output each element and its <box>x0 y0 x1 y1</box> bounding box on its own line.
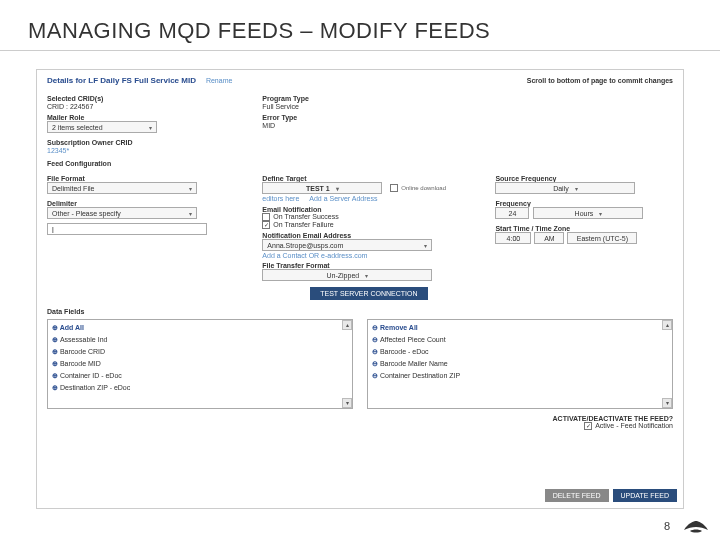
activate-question: ACTIVATE/DEACTIVATE THE FEED? <box>47 415 673 422</box>
add-all-link[interactable]: ⊕ Add All <box>52 322 348 334</box>
program-type-label: Program Type <box>262 95 457 102</box>
ampm-dropdown[interactable]: AM <box>534 232 564 244</box>
chevron-down-icon: ▾ <box>149 124 152 131</box>
email-notif-label: Email Notification <box>262 206 475 213</box>
ftf-value: Un-Zipped <box>326 272 359 279</box>
update-feed-button[interactable]: UPDATE FEED <box>613 489 678 502</box>
on-success-label: On Transfer Success <box>273 213 338 220</box>
add-contact-link[interactable]: Add a Contact OR e-address.com <box>262 252 475 259</box>
online-download-checkbox[interactable] <box>390 184 398 192</box>
chevron-down-icon: ▾ <box>424 242 427 249</box>
file-format-value: Delimited File <box>52 185 94 192</box>
add-all-label: Add All <box>60 324 84 331</box>
rename-link[interactable]: Rename <box>206 77 232 84</box>
chevron-down-icon: ▾ <box>599 210 602 217</box>
scroll-up-icon[interactable]: ▴ <box>342 320 352 330</box>
eagle-logo-icon <box>682 517 710 536</box>
target-value: TEST 1 <box>306 185 330 192</box>
delimiter-input[interactable] <box>47 223 207 235</box>
program-type-value: Full Service <box>262 103 457 110</box>
crid-value: CRID : 224567 <box>47 103 242 110</box>
list-item[interactable]: Barcode MID <box>52 358 348 370</box>
chevron-down-icon: ▾ <box>365 272 368 279</box>
file-transfer-format-label: File Transfer Format <box>262 262 475 269</box>
details-panel: Details for LF Daily FS Full Service MID… <box>36 69 684 509</box>
frequency-num-value: 24 <box>509 210 517 217</box>
list-item[interactable]: Barcode - eDoc <box>372 346 668 358</box>
file-transfer-format-dropdown[interactable]: Un-Zipped▾ <box>262 269 432 281</box>
delimiter-dropdown[interactable]: Other - Please specify▾ <box>47 207 197 219</box>
list-item[interactable]: Destination ZIP - eDoc <box>52 382 348 394</box>
chevron-down-icon: ▾ <box>189 185 192 192</box>
timezone-dropdown[interactable]: Eastern (UTC-5) <box>567 232 637 244</box>
available-fields-list: ▴ ▾ ⊕ Add All Assessable Ind Barcode CRI… <box>47 319 353 409</box>
frequency-unit-dropdown[interactable]: Hours▾ <box>533 207 643 219</box>
frequency-label: Frequency <box>495 200 673 207</box>
mailer-role-value: 2 items selected <box>52 124 103 131</box>
page-number: 8 <box>664 520 670 532</box>
activate-label: Active - Feed Notification <box>595 422 673 429</box>
list-item[interactable]: Assessable Ind <box>52 334 348 346</box>
file-format-dropdown[interactable]: Delimited File▾ <box>47 182 197 194</box>
list-item[interactable]: Barcode Mailer Name <box>372 358 668 370</box>
list-item[interactable]: Container Destination ZIP <box>372 370 668 382</box>
scroll-down-icon[interactable]: ▾ <box>342 398 352 408</box>
mailer-role-dropdown[interactable]: 2 items selected▾ <box>47 121 157 133</box>
define-target-label: Define Target <box>262 175 475 182</box>
list-item[interactable]: Container ID - eDoc <box>52 370 348 382</box>
sub-owner-label: Subscription Owner CRID <box>47 139 242 146</box>
start-hour-dropdown[interactable]: 4:00 <box>495 232 531 244</box>
scroll-down-icon[interactable]: ▾ <box>662 398 672 408</box>
data-fields-heading: Data Fields <box>47 308 673 315</box>
file-format-label: File Format <box>47 175 242 182</box>
delete-feed-button[interactable]: DELETE FEED <box>545 489 609 502</box>
source-freq-dropdown[interactable]: Daily▾ <box>495 182 635 194</box>
activate-checkbox[interactable]: ✓ <box>584 422 592 430</box>
mailer-role-label: Mailer Role <box>47 114 242 121</box>
error-type-value: MID <box>262 122 457 129</box>
error-type-label: Error Type <box>262 114 457 121</box>
remove-all-label: Remove All <box>380 324 418 331</box>
start-time-label: Start Time / Time Zone <box>495 225 673 232</box>
add-server-link[interactable]: Add a Server Address <box>309 195 377 202</box>
notif-addr-dropdown[interactable]: Anna.Strope@usps.com▾ <box>262 239 432 251</box>
ampm-value: AM <box>544 235 555 242</box>
slide-title: MANAGING MQD FEEDS – MODIFY FEEDS <box>0 0 720 51</box>
delimiter-label: Delimiter <box>47 200 242 207</box>
notif-addr-value: Anna.Strope@usps.com <box>267 242 343 249</box>
scroll-note: Scroll to bottom of page to commit chang… <box>527 77 673 84</box>
sub-owner-value[interactable]: 12345* <box>47 147 242 154</box>
list-item[interactable]: Affected Piece Count <box>372 334 668 346</box>
scroll-up-icon[interactable]: ▴ <box>662 320 672 330</box>
list-item[interactable]: Barcode CRID <box>52 346 348 358</box>
online-download-label: Online download <box>401 185 446 191</box>
selected-fields-list: ▴ ▾ ⊖ Remove All Affected Piece Count Ba… <box>367 319 673 409</box>
chevron-down-icon: ▾ <box>575 185 578 192</box>
chevron-down-icon: ▾ <box>336 185 339 192</box>
frequency-unit-value: Hours <box>575 210 594 217</box>
start-hour-value: 4:00 <box>507 235 521 242</box>
feed-config-heading: Feed Configuration <box>47 160 673 167</box>
panel-title: Details for LF Daily FS Full Service MID <box>47 76 196 85</box>
target-dropdown[interactable]: TEST 1▾ <box>262 182 382 194</box>
frequency-num-dropdown[interactable]: 24 <box>495 207 529 219</box>
on-failure-checkbox[interactable]: ✓ <box>262 221 270 229</box>
chevron-down-icon: ▾ <box>189 210 192 217</box>
source-freq-value: Daily <box>553 185 569 192</box>
edit-target-link[interactable]: editors here <box>262 195 299 202</box>
test-connection-button[interactable]: TEST SERVER CONNECTION <box>310 287 427 300</box>
delimiter-dd-value: Other - Please specify <box>52 210 121 217</box>
remove-all-link[interactable]: ⊖ Remove All <box>372 322 668 334</box>
timezone-value: Eastern (UTC-5) <box>577 235 628 242</box>
selected-crid-label: Selected CRID(s) <box>47 95 242 102</box>
on-success-checkbox[interactable] <box>262 213 270 221</box>
on-failure-label: On Transfer Failure <box>273 221 333 228</box>
source-freq-label: Source Frequency <box>495 175 673 182</box>
notif-addr-label: Notification Email Address <box>262 232 475 239</box>
